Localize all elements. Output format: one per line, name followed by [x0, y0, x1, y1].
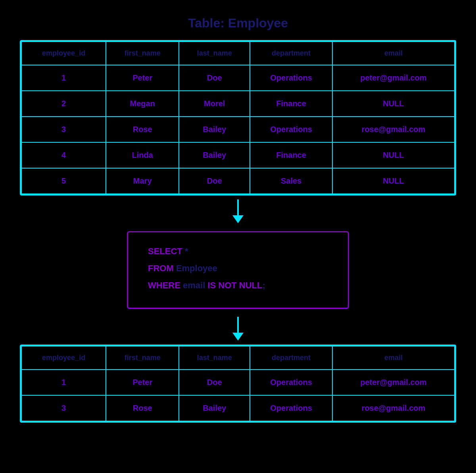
result-table-cell: Operations	[250, 395, 332, 421]
source-table-header-row: employee_id first_name last_name departm…	[21, 42, 455, 65]
source-col-header-first-name: first_name	[106, 42, 179, 65]
source-table-cell: peter@gmail.com	[332, 65, 455, 91]
source-table-cell: rose@gmail.com	[332, 117, 455, 142]
source-col-header-last-name: last_name	[179, 42, 250, 65]
result-table-header-row: employee_id first_name last_name departm…	[21, 346, 455, 370]
source-table-cell: NULL	[332, 168, 455, 194]
sql-line-3: WHERE email IS NOT NULL;	[148, 278, 328, 292]
source-table-row: 1PeterDoeOperationspeter@gmail.com	[21, 65, 455, 91]
result-table-cell: Bailey	[179, 395, 250, 421]
source-table-cell: Sales	[250, 168, 332, 194]
result-col-header-first-name: first_name	[106, 346, 179, 370]
source-table-cell: Linda	[106, 142, 179, 168]
arrow-1-line	[237, 199, 239, 215]
source-table-cell: Finance	[250, 91, 332, 117]
source-table-cell: Doe	[179, 65, 250, 91]
source-table-cell: Bailey	[179, 142, 250, 168]
source-table-cell: Megan	[106, 91, 179, 117]
source-table-cell: Morel	[179, 91, 250, 117]
source-table-cell: 3	[21, 117, 106, 142]
sql-select-rest: *	[182, 246, 188, 256]
result-table-cell: rose@gmail.com	[332, 395, 455, 421]
source-table-cell: 1	[21, 65, 106, 91]
source-table: employee_id first_name last_name departm…	[21, 41, 455, 194]
source-table-cell: Peter	[106, 65, 179, 91]
result-table-wrapper: employee_id first_name last_name departm…	[20, 345, 456, 423]
result-table-row: 1PeterDoeOperationspeter@gmail.com	[21, 370, 455, 395]
source-col-header-employee-id: employee_id	[21, 42, 106, 65]
result-col-header-email: email	[332, 346, 455, 370]
source-table-cell: Mary	[106, 168, 179, 194]
source-col-header-department: department	[250, 42, 332, 65]
source-table-cell: Bailey	[179, 117, 250, 142]
sql-from-rest: Employee	[174, 263, 217, 273]
arrow-1	[232, 199, 244, 223]
source-table-row: 5MaryDoeSalesNULL	[21, 168, 455, 194]
arrow-2-line	[237, 317, 239, 333]
sql-line-1: SELECT *	[148, 244, 328, 258]
result-table-cell: 1	[21, 370, 106, 395]
result-table-cell: Doe	[179, 370, 250, 395]
source-col-header-email: email	[332, 42, 455, 65]
result-table-cell: Rose	[106, 395, 179, 421]
result-table: employee_id first_name last_name departm…	[21, 346, 455, 421]
result-table-row: 3RoseBaileyOperationsrose@gmail.com	[21, 395, 455, 421]
result-table-cell: Operations	[250, 370, 332, 395]
arrow-1-head	[232, 215, 244, 223]
sql-where-middle: email	[180, 280, 207, 290]
source-table-cell: Doe	[179, 168, 250, 194]
result-table-cell: Peter	[106, 370, 179, 395]
result-col-header-department: department	[250, 346, 332, 370]
source-table-cell: 4	[21, 142, 106, 168]
page-title: Table: Employee	[188, 16, 288, 31]
sql-box: SELECT * FROM Employee WHERE email IS NO…	[127, 231, 349, 309]
arrow-2	[232, 317, 244, 341]
result-table-cell: peter@gmail.com	[332, 370, 455, 395]
sql-where-keyword: WHERE	[148, 280, 180, 290]
source-table-cell: 2	[21, 91, 106, 117]
result-col-header-last-name: last_name	[179, 346, 250, 370]
result-table-cell: 3	[21, 395, 106, 421]
source-table-cell: 5	[21, 168, 106, 194]
sql-semicolon: ;	[262, 280, 265, 290]
arrow-2-head	[232, 333, 244, 341]
page-container: Table: Employee employee_id first_name l…	[20, 16, 456, 423]
source-table-cell: NULL	[332, 142, 455, 168]
source-table-cell: Rose	[106, 117, 179, 142]
source-table-row: 2MeganMorelFinanceNULL	[21, 91, 455, 117]
source-table-row: 3RoseBaileyOperationsrose@gmail.com	[21, 117, 455, 142]
sql-from-keyword: FROM	[148, 263, 174, 273]
sql-is-not-null-keyword: IS NOT NULL	[207, 280, 262, 290]
sql-select-keyword: SELECT	[148, 246, 182, 256]
source-table-row: 4LindaBaileyFinanceNULL	[21, 142, 455, 168]
result-col-header-employee-id: employee_id	[21, 346, 106, 370]
source-table-cell: Operations	[250, 117, 332, 142]
source-table-cell: NULL	[332, 91, 455, 117]
source-table-cell: Operations	[250, 65, 332, 91]
source-table-wrapper: employee_id first_name last_name departm…	[20, 40, 456, 195]
sql-line-2: FROM Employee	[148, 261, 328, 275]
source-table-cell: Finance	[250, 142, 332, 168]
